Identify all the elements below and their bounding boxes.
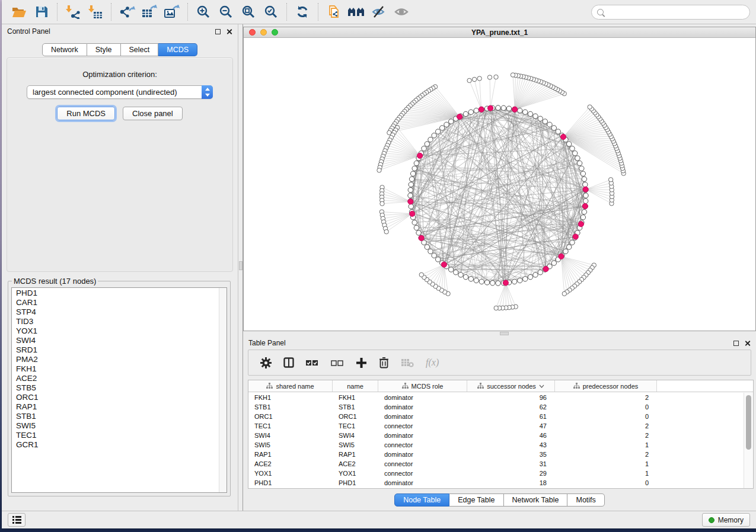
vertical-splitter[interactable] bbox=[238, 24, 243, 511]
open-file-button[interactable] bbox=[8, 2, 30, 21]
result-list-scrollbar[interactable] bbox=[219, 288, 227, 492]
table-row[interactable]: PHD1PHD1dominator180 bbox=[248, 478, 744, 488]
table-tab-node-table[interactable]: Node Table bbox=[394, 493, 449, 507]
float-table-panel-icon[interactable] bbox=[733, 341, 739, 346]
vertical-splitter-handle[interactable] bbox=[239, 261, 243, 270]
table-cell: 61 bbox=[467, 413, 555, 420]
tab-select[interactable]: Select bbox=[121, 43, 159, 56]
import-table-icon bbox=[88, 5, 103, 19]
status-bar: Memory bbox=[2, 511, 756, 528]
table-panel-title: Table Panel bbox=[248, 339, 286, 347]
table-cell: dominator bbox=[378, 403, 467, 411]
table-tab-edge-table[interactable]: Edge Table bbox=[449, 493, 503, 507]
export-network-icon bbox=[119, 5, 135, 19]
add-row-button[interactable] bbox=[356, 357, 367, 368]
result-list-item[interactable]: CAR1 bbox=[12, 298, 218, 307]
result-list-item[interactable]: RAP1 bbox=[12, 402, 218, 412]
table-cell: 1 bbox=[555, 460, 657, 467]
table-cell: 29 bbox=[467, 470, 555, 477]
zoom-in-button[interactable] bbox=[192, 2, 215, 21]
result-list-item[interactable]: STP4 bbox=[12, 307, 218, 317]
horizontal-splitter-handle[interactable] bbox=[500, 332, 509, 335]
table-row[interactable]: STB1STB1dominator620 bbox=[248, 402, 744, 412]
horizontal-splitter[interactable] bbox=[243, 331, 756, 336]
result-list-item[interactable]: TID3 bbox=[12, 317, 218, 326]
column-header-shared-name[interactable]: shared name bbox=[248, 380, 333, 392]
save-button[interactable] bbox=[30, 2, 53, 21]
zoom-out-button[interactable] bbox=[215, 2, 237, 21]
table-cell: 96 bbox=[467, 394, 555, 401]
table-tab-network-table[interactable]: Network Table bbox=[504, 493, 568, 507]
close-panel-button[interactable]: Close panel bbox=[123, 107, 183, 120]
unselect-all-button[interactable] bbox=[331, 358, 344, 367]
table-cell: SWI4 bbox=[248, 432, 333, 439]
table-scrollbar[interactable] bbox=[744, 393, 753, 488]
table-settings-button[interactable] bbox=[260, 357, 272, 368]
network-canvas[interactable] bbox=[244, 38, 755, 331]
table-row[interactable]: RAP1RAP1dominator352 bbox=[248, 450, 744, 459]
table-row[interactable]: ORC1ORC1dominator610 bbox=[248, 412, 744, 421]
column-header-predecessor-nodes[interactable]: predecessor nodes bbox=[555, 380, 657, 392]
network-window-titlebar[interactable]: YPA_prune.txt_1 bbox=[244, 27, 755, 38]
result-list-item[interactable]: FKH1 bbox=[12, 364, 218, 374]
memory-button[interactable]: Memory bbox=[702, 513, 750, 527]
float-panel-icon[interactable] bbox=[215, 29, 221, 34]
first-neighbors-button[interactable] bbox=[345, 2, 368, 21]
result-list-item[interactable]: SWI4 bbox=[12, 336, 218, 345]
result-list-item[interactable]: PHD1 bbox=[12, 289, 218, 298]
column-header-mcds-role[interactable]: MCDS role bbox=[378, 380, 467, 392]
criterion-select[interactable]: largest connected component (undirected) bbox=[27, 85, 213, 99]
table-cell: 2 bbox=[555, 432, 657, 439]
delete-row-button[interactable] bbox=[379, 357, 389, 368]
refresh-button[interactable] bbox=[291, 2, 314, 21]
table-row[interactable]: TEC1TEC1connector472 bbox=[248, 421, 744, 431]
result-list-item[interactable]: YOX1 bbox=[12, 326, 218, 336]
result-list-item[interactable]: PMA2 bbox=[12, 355, 218, 364]
close-panel-icon[interactable] bbox=[226, 28, 232, 35]
export-table-button[interactable] bbox=[138, 2, 161, 21]
show-columns-icon bbox=[283, 357, 294, 368]
result-list-item[interactable]: ORC1 bbox=[12, 393, 218, 402]
run-mcds-button[interactable]: Run MCDS bbox=[57, 107, 115, 120]
table-row[interactable]: FKH1FKH1dominator962 bbox=[248, 393, 744, 402]
result-list-item[interactable]: STB1 bbox=[12, 412, 218, 421]
result-list-item[interactable]: GCR1 bbox=[12, 440, 218, 450]
tab-mcds[interactable]: MCDS bbox=[158, 43, 197, 56]
show-tasks-button[interactable] bbox=[8, 513, 25, 527]
maximize-window-icon[interactable] bbox=[272, 29, 278, 36]
table-row[interactable]: SWI4SWI4dominator462 bbox=[248, 431, 744, 440]
show-columns-button[interactable] bbox=[283, 357, 294, 368]
table-tab-motifs[interactable]: Motifs bbox=[567, 493, 604, 507]
zoom-selected-button[interactable] bbox=[260, 2, 282, 21]
zoom-fit-button[interactable] bbox=[237, 2, 260, 21]
close-window-icon[interactable] bbox=[249, 29, 256, 36]
table-row[interactable]: ACE2ACE2connector311 bbox=[248, 459, 744, 469]
close-table-panel-icon[interactable] bbox=[744, 340, 751, 347]
show-graphics-details-button[interactable] bbox=[390, 2, 413, 21]
result-list-item[interactable]: ACE2 bbox=[12, 374, 218, 383]
table-cell: dominator bbox=[378, 479, 467, 486]
table-row[interactable]: YOX1YOX1connector291 bbox=[248, 469, 744, 478]
export-network-button[interactable] bbox=[116, 2, 138, 21]
tab-network[interactable]: Network bbox=[42, 43, 87, 56]
export-image-button[interactable] bbox=[161, 2, 183, 21]
result-list-item[interactable]: SRD1 bbox=[12, 345, 218, 355]
column-header-successor-nodes[interactable]: successor nodes bbox=[467, 380, 555, 392]
select-all-button[interactable] bbox=[306, 358, 319, 367]
tab-style[interactable]: Style bbox=[87, 43, 121, 56]
table-row[interactable]: SWI5SWI5connector431 bbox=[248, 440, 744, 450]
table-cell: 47 bbox=[467, 422, 555, 430]
hide-selected-button[interactable] bbox=[368, 2, 390, 21]
column-header-name[interactable]: name bbox=[333, 380, 378, 392]
table-scrollbar-thumb[interactable] bbox=[746, 395, 751, 450]
result-list-item[interactable]: SWI5 bbox=[12, 421, 218, 431]
delete-table-button bbox=[401, 358, 414, 367]
import-network-button[interactable] bbox=[62, 2, 84, 21]
duplicate-network-button[interactable] bbox=[323, 2, 345, 21]
sort-desc-icon bbox=[539, 384, 544, 388]
import-table-button[interactable] bbox=[84, 2, 107, 21]
search-input[interactable] bbox=[607, 8, 744, 16]
minimize-window-icon[interactable] bbox=[260, 29, 267, 36]
result-list-item[interactable]: STB5 bbox=[12, 383, 218, 393]
result-list-item[interactable]: TEC1 bbox=[12, 431, 218, 440]
